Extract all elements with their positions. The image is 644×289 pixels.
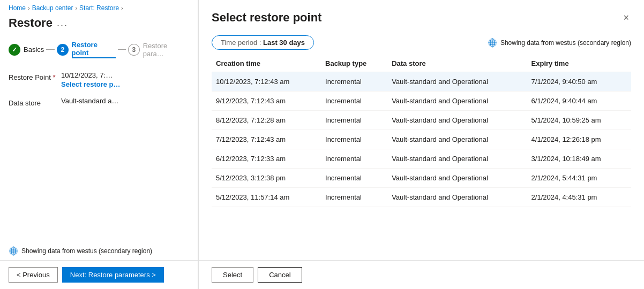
cell-expiryTime-1: 6/1/2024, 9:40:44 am xyxy=(527,92,631,111)
cell-expiryTime-0: 7/1/2024, 9:40:50 am xyxy=(527,72,631,92)
cell-backupType-6: Incremental xyxy=(321,188,387,207)
left-geo-text: Showing data from westus (secondary regi… xyxy=(21,247,152,255)
cell-backupType-3: Incremental xyxy=(321,130,387,149)
step-connector-2 xyxy=(118,49,126,50)
form-row-data-store: Data store Vault-standard a… xyxy=(9,97,189,107)
cell-creationTime-6: 5/12/2023, 11:57:14 am xyxy=(212,188,321,207)
cell-dataStore-4: Vault-standard and Operational xyxy=(387,149,527,169)
table-row[interactable]: 6/12/2023, 7:12:33 amIncrementalVault-st… xyxy=(212,149,631,169)
steps-nav: ✓ Basics 2 Restore point 3 Restore para… xyxy=(0,36,198,67)
cell-expiryTime-4: 3/1/2024, 10:18:49 am xyxy=(527,149,631,169)
table-body: 10/12/2023, 7:12:43 amIncrementalVault-s… xyxy=(212,72,631,207)
table-row[interactable]: 9/12/2023, 7:12:43 amIncrementalVault-st… xyxy=(212,92,631,111)
cancel-button[interactable]: Cancel xyxy=(258,267,302,283)
breadcrumb-sep-1: › xyxy=(28,5,30,11)
cell-dataStore-0: Vault-standard and Operational xyxy=(387,72,527,92)
breadcrumb-sep-3: › xyxy=(121,5,123,11)
time-period-button[interactable]: Time period : Last 30 days xyxy=(212,35,314,50)
cell-creationTime-1: 9/12/2023, 7:12:43 am xyxy=(212,92,321,111)
restore-point-label: Restore Point * xyxy=(9,71,57,81)
col-header-expiry-time: Expiry time xyxy=(527,54,631,72)
cell-creationTime-4: 6/12/2023, 7:12:33 am xyxy=(212,149,321,169)
cell-creationTime-3: 7/12/2023, 7:12:43 am xyxy=(212,130,321,149)
step-basics-circle: ✓ xyxy=(9,44,20,56)
table-row[interactable]: 8/12/2023, 7:12:28 amIncrementalVault-st… xyxy=(212,111,631,130)
globe-icon xyxy=(9,246,18,256)
cell-creationTime-0: 10/12/2023, 7:12:43 am xyxy=(212,72,321,92)
table-row[interactable]: 5/12/2023, 3:12:38 pmIncrementalVault-st… xyxy=(212,169,631,188)
restore-points-table: Creation time Backup type Data store Exp… xyxy=(212,54,631,207)
page-title-row: Restore ... xyxy=(0,14,198,36)
breadcrumb: Home › Backup center › Start: Restore › xyxy=(0,0,198,14)
dialog-globe-icon xyxy=(488,38,497,48)
select-button[interactable]: Select xyxy=(212,267,253,283)
dialog-toolbar: Time period : Last 30 days Showing data … xyxy=(199,31,644,54)
page-title-menu[interactable]: ... xyxy=(57,18,68,29)
data-store-value: Vault-standard a… xyxy=(61,97,189,105)
cell-backupType-4: Incremental xyxy=(321,149,387,169)
cell-dataStore-6: Vault-standard and Operational xyxy=(387,188,527,207)
cell-backupType-2: Incremental xyxy=(321,111,387,130)
col-header-data-store: Data store xyxy=(387,54,527,72)
select-restore-link[interactable]: Select restore p… xyxy=(61,80,121,88)
col-header-creation-time: Creation time xyxy=(212,54,321,72)
data-store-label: Data store xyxy=(9,97,57,107)
breadcrumb-home[interactable]: Home xyxy=(9,4,26,12)
step-restore-params: 3 Restore para… xyxy=(128,42,189,58)
step-params-label: Restore para… xyxy=(143,42,189,58)
step-connector-1 xyxy=(46,49,55,50)
left-panel: Home › Backup center › Start: Restore › … xyxy=(0,0,198,289)
next-button[interactable]: Next: Restore parameters > xyxy=(62,267,164,283)
time-period-label: Time period : xyxy=(221,39,263,47)
table-row[interactable]: 10/12/2023, 7:12:43 amIncrementalVault-s… xyxy=(212,72,631,92)
cell-expiryTime-5: 2/1/2024, 5:44:31 pm xyxy=(527,169,631,188)
restore-point-value-block: 10/12/2023, 7:… Select restore p… xyxy=(61,71,121,88)
dialog-geo-text: Showing data from westus (secondary regi… xyxy=(500,39,631,47)
cell-backupType-5: Incremental xyxy=(321,169,387,188)
restore-point-required: * xyxy=(53,73,55,81)
step-basics: ✓ Basics xyxy=(9,44,44,56)
cell-backupType-0: Incremental xyxy=(321,72,387,92)
geo-info-row: Showing data from westus (secondary regi… xyxy=(0,242,198,260)
bottom-bar: < Previous Next: Restore parameters > xyxy=(0,260,198,289)
dialog-panel: Select restore point × Time period : Las… xyxy=(198,0,644,289)
step-restore-circle: 2 xyxy=(57,44,69,56)
table-header-row: Creation time Backup type Data store Exp… xyxy=(212,54,631,72)
step-basics-check: ✓ xyxy=(12,46,17,54)
cell-creationTime-5: 5/12/2023, 3:12:38 pm xyxy=(212,169,321,188)
breadcrumb-start-restore[interactable]: Start: Restore xyxy=(79,4,119,12)
restore-point-value: 10/12/2023, 7:… xyxy=(61,71,121,79)
cell-dataStore-2: Vault-standard and Operational xyxy=(387,111,527,130)
table-row[interactable]: 5/12/2023, 11:57:14 amIncrementalVault-s… xyxy=(212,188,631,207)
form-row-restore-point: Restore Point * 10/12/2023, 7:… Select r… xyxy=(9,71,189,88)
dialog-title: Select restore point xyxy=(212,11,321,25)
close-button[interactable]: × xyxy=(621,11,631,25)
table-row[interactable]: 7/12/2023, 7:12:43 amIncrementalVault-st… xyxy=(212,130,631,149)
cell-dataStore-5: Vault-standard and Operational xyxy=(387,169,527,188)
dialog-footer: Select Cancel xyxy=(199,260,644,289)
cell-expiryTime-6: 2/1/2024, 4:45:31 pm xyxy=(527,188,631,207)
breadcrumb-backup-center[interactable]: Backup center xyxy=(32,4,73,12)
cell-expiryTime-2: 5/1/2024, 10:59:25 am xyxy=(527,111,631,130)
cell-creationTime-2: 8/12/2023, 7:12:28 am xyxy=(212,111,321,130)
previous-button[interactable]: < Previous xyxy=(9,267,58,283)
step-restore-point: 2 Restore point xyxy=(57,41,116,58)
dialog-header: Select restore point × xyxy=(199,0,644,31)
breadcrumb-sep-2: › xyxy=(75,5,77,11)
cell-dataStore-3: Vault-standard and Operational xyxy=(387,130,527,149)
page-title: Restore xyxy=(9,16,53,30)
cell-backupType-1: Incremental xyxy=(321,92,387,111)
restore-points-table-container: Creation time Backup type Data store Exp… xyxy=(199,54,644,260)
step-params-circle: 3 xyxy=(128,44,140,56)
step-params-num: 3 xyxy=(132,46,136,54)
dialog-geo-info: Showing data from westus (secondary regi… xyxy=(488,38,631,48)
step-restore-num: 2 xyxy=(61,46,64,54)
cell-expiryTime-3: 4/1/2024, 12:26:18 pm xyxy=(527,130,631,149)
step-restore-label: Restore point xyxy=(72,41,116,58)
step-basics-label: Basics xyxy=(24,45,44,54)
form-section: Restore Point * 10/12/2023, 7:… Select r… xyxy=(0,67,198,242)
time-period-value: Last 30 days xyxy=(263,39,305,47)
col-header-backup-type: Backup type xyxy=(321,54,387,72)
cell-dataStore-1: Vault-standard and Operational xyxy=(387,92,527,111)
